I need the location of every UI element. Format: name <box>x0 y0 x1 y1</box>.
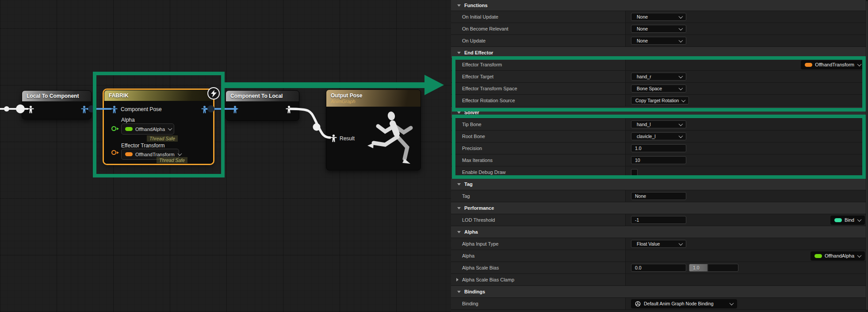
category-tag[interactable]: Tag <box>451 178 868 190</box>
node-local-to-component[interactable]: Local To Component <box>22 90 92 119</box>
dropdown-value: clavicle_l <box>637 134 656 139</box>
bind-label: Bind <box>845 217 854 223</box>
component-pose-output-pin[interactable] <box>81 106 88 113</box>
row-effector-transform: Effector Transform OffhandTransform <box>451 59 868 71</box>
row-on-initial-update: On Initial Update None <box>451 11 868 23</box>
component-pose-input-pin[interactable] <box>111 106 118 113</box>
scrollbar-thumb[interactable] <box>866 1 868 310</box>
row-effector-transform-space: Effector Transform Space Bone Space <box>451 83 868 95</box>
property-label: LOD Threshold <box>462 217 495 223</box>
chevron-down-icon <box>679 122 683 126</box>
row-enable-debug-draw: Enable Debug Draw <box>451 166 868 178</box>
category-functions[interactable]: Functions <box>451 0 868 11</box>
dropdown-value: hand_l <box>637 122 651 127</box>
category-end-effector[interactable]: End Effector <box>451 47 868 59</box>
chevron-down-icon <box>857 217 862 222</box>
dropdown-value: None <box>637 26 648 31</box>
category-performance[interactable]: Performance <box>451 202 868 214</box>
effector-transform-space-dropdown[interactable]: Bone Space <box>631 85 686 92</box>
dropdown-value: hand_r <box>637 74 651 79</box>
property-label: Alpha Input Type <box>462 241 498 247</box>
enable-debug-draw-checkbox[interactable] <box>631 169 638 176</box>
alpha-binding-dropdown[interactable]: OffhandAlpha <box>121 123 174 135</box>
chevron-down-icon <box>679 14 683 19</box>
input-value: -1 <box>635 217 639 223</box>
binding-class-icon <box>635 301 641 307</box>
chevron-down-icon <box>681 98 686 102</box>
effector-target-dropdown[interactable]: hand_r <box>631 73 686 81</box>
input-value: 1.0 <box>635 146 642 151</box>
dropdown-value: Default Anim Graph Node Binding <box>644 301 714 306</box>
tag-input[interactable]: None <box>631 192 686 200</box>
row-effector-target: Effector Target hand_r <box>451 71 868 83</box>
dropdown-value: Copy Target Rotation <box>635 98 679 103</box>
on-update-dropdown[interactable]: None <box>631 37 686 45</box>
chevron-down-icon <box>857 62 862 66</box>
node-title: Component To Local <box>226 91 299 101</box>
row-on-become-relevant: On Become Relevant None <box>451 23 868 35</box>
input-value: 1.0 <box>693 265 700 270</box>
effector-rotation-source-dropdown[interactable]: Copy Target Rotation <box>631 96 689 104</box>
alpha-binding-dropdown[interactable]: OffhandAlpha <box>811 251 865 261</box>
property-label: Tag <box>462 193 470 199</box>
row-alpha-scale-bias-clamp[interactable]: Alpha Scale Bias Clamp <box>451 274 868 286</box>
panel-scrollbar[interactable] <box>866 0 868 312</box>
effector-transform-input-pin[interactable] <box>111 150 119 155</box>
category-solver[interactable]: Solver <box>451 107 868 119</box>
property-label: Effector Transform Space <box>462 86 517 91</box>
precision-input[interactable]: 1.0 <box>631 144 686 152</box>
node-title: Output Pose AnimGraph <box>326 90 421 107</box>
row-on-update: On Update None <box>451 35 868 47</box>
animgraph-canvas[interactable]: Local To Component FABRIK Component Pose… <box>0 0 451 312</box>
category-bindings[interactable]: Bindings <box>451 286 868 298</box>
row-max-iterations: Max Iterations 10 <box>451 154 868 166</box>
root-bone-dropdown[interactable]: clavicle_l <box>631 132 686 140</box>
fast-path-lightning-icon <box>207 87 220 100</box>
property-label: Alpha <box>462 253 474 258</box>
dropdown-value: Bone Space <box>637 86 662 91</box>
chevron-down-icon <box>679 38 683 42</box>
node-component-to-local[interactable]: Component To Local <box>226 90 299 121</box>
component-pose-input-pin[interactable] <box>232 106 238 113</box>
input-value: 0.0 <box>635 265 642 270</box>
alpha-input-pin[interactable] <box>111 126 119 131</box>
effector-transform-binding-dropdown[interactable]: OffhandTransform <box>801 60 865 69</box>
category-label: Functions <box>464 3 488 8</box>
collapse-arrow-icon <box>457 52 461 54</box>
binding-dropdown[interactable]: Default Anim Graph Node Binding <box>631 299 737 308</box>
dropdown-value: None <box>637 14 648 19</box>
row-tip-bone: Tip Bone hand_l <box>451 119 868 131</box>
collapse-arrow-icon <box>457 291 461 293</box>
chevron-down-icon <box>679 134 683 138</box>
property-label: Root Bone <box>462 134 485 139</box>
on-become-relevant-dropdown[interactable]: None <box>631 25 686 33</box>
local-pose-input-pin[interactable] <box>27 106 34 113</box>
chevron-down-icon <box>177 151 182 156</box>
input-value: 10 <box>635 158 640 163</box>
dropdown-value: Float Value <box>637 241 660 247</box>
lod-threshold-bind-dropdown[interactable]: Bind <box>830 216 865 225</box>
max-iterations-input[interactable]: 10 <box>631 156 686 164</box>
alpha-input-type-dropdown[interactable]: Float Value <box>631 240 686 248</box>
tip-bone-dropdown[interactable]: hand_l <box>631 120 686 128</box>
bind-pill-icon <box>834 218 842 222</box>
result-input-pin[interactable] <box>330 135 337 142</box>
collapse-arrow-icon <box>457 183 461 185</box>
property-label: Max Iterations <box>462 158 493 163</box>
on-initial-update-dropdown[interactable]: None <box>631 13 686 21</box>
pose-output-pin[interactable] <box>201 106 208 113</box>
local-pose-output-pin[interactable] <box>286 106 292 113</box>
category-label: Performance <box>464 205 494 211</box>
property-label: Precision <box>462 146 482 151</box>
node-title: FABRIK <box>104 90 213 101</box>
float-pill-icon <box>814 254 822 258</box>
pin-label: Effector Transform <box>121 143 164 149</box>
property-label: Alpha Scale Bias Clamp <box>462 277 514 282</box>
node-fabrik[interactable]: FABRIK Component Pose Alpha OffhandAlpha… <box>104 90 213 164</box>
alpha-scale-input[interactable]: 0.0 <box>631 264 686 272</box>
category-alpha[interactable]: Alpha <box>451 226 868 238</box>
row-alpha: Alpha OffhandAlpha <box>451 250 868 262</box>
alpha-bias-input[interactable]: 1.0 <box>689 264 738 272</box>
lod-threshold-input[interactable]: -1 <box>631 216 686 224</box>
node-output-pose[interactable]: Output Pose AnimGraph Result <box>326 89 421 170</box>
